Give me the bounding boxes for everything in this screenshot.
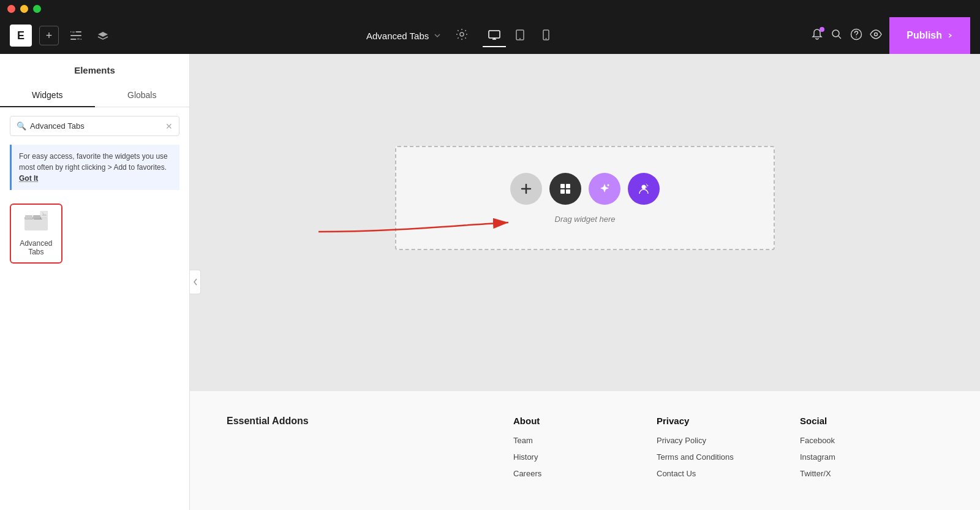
svg-point-8 <box>519 38 521 39</box>
toolbar-center: Advanced Tabs <box>120 24 804 47</box>
svg-rect-28 <box>566 189 570 194</box>
hint-cta[interactable]: Got It <box>19 174 38 183</box>
svg-point-3 <box>72 31 75 34</box>
tab-globals[interactable]: Globals <box>95 84 190 107</box>
page-title-dropdown[interactable]: Advanced Tabs <box>366 31 441 41</box>
footer-area: Essential Addons About Team History Care… <box>190 391 980 510</box>
svg-rect-1 <box>70 35 81 36</box>
preview-icon[interactable] <box>870 28 882 44</box>
drag-hint-text: Drag widget here <box>555 215 616 224</box>
footer-link-privacy-policy[interactable]: Privacy Policy <box>657 436 800 445</box>
footer-link-instagram[interactable]: Instagram <box>800 452 943 462</box>
tab-widgets[interactable]: Widgets <box>0 84 95 107</box>
footer-link-contact[interactable]: Contact Us <box>657 469 800 478</box>
tablet-view-button[interactable] <box>508 24 532 47</box>
elementor-logo[interactable]: E <box>10 25 32 47</box>
titlebar <box>0 0 980 17</box>
maximize-btn[interactable] <box>33 5 41 13</box>
search-input[interactable] <box>30 116 165 135</box>
footer-about-title: About <box>513 416 657 426</box>
search-wrap: 🔍 ✕ <box>10 116 179 136</box>
widget-grid: Advanced Tabs <box>0 199 189 268</box>
toolbar-right: Publish <box>811 17 970 54</box>
close-btn[interactable] <box>7 5 15 13</box>
footer-col-privacy: Privacy Privacy Policy Terms and Conditi… <box>657 416 800 485</box>
desktop-view-button[interactable] <box>483 24 506 47</box>
svg-point-11 <box>832 30 839 37</box>
customize-icon[interactable] <box>66 26 86 45</box>
svg-rect-18 <box>25 215 32 219</box>
toolbar: E + Advanced Tabs <box>0 17 980 54</box>
drop-action-buttons <box>510 173 660 205</box>
hint-text: For easy access, favorite the widgets yo… <box>19 152 168 172</box>
svg-rect-21 <box>40 211 48 217</box>
sidebar: Elements Widgets Globals 🔍 ✕ For easy ac… <box>0 54 190 510</box>
footer-social-title: Social <box>800 416 943 426</box>
help-icon[interactable] <box>850 28 862 44</box>
sidebar-collapse-handle[interactable] <box>190 270 201 294</box>
svg-point-13 <box>856 36 857 37</box>
svg-rect-19 <box>33 215 40 219</box>
footer-link-careers[interactable]: Careers <box>513 469 657 478</box>
search-clear-button[interactable]: ✕ <box>165 121 173 131</box>
svg-rect-26 <box>566 184 570 188</box>
publish-label: Publish <box>907 30 942 41</box>
minimize-btn[interactable] <box>20 5 28 13</box>
layers-icon[interactable] <box>93 26 113 45</box>
tab-row: Widgets Globals <box>0 84 189 107</box>
advanced-tabs-icon <box>24 211 48 234</box>
svg-rect-6 <box>489 31 500 38</box>
drop-zone: Drag widget here <box>395 146 775 250</box>
footer-link-history[interactable]: History <box>513 452 657 462</box>
notification-dot <box>820 27 824 32</box>
main-layout: Elements Widgets Globals 🔍 ✕ For easy ac… <box>0 54 980 510</box>
search-icon[interactable] <box>831 28 843 44</box>
mobile-view-button[interactable] <box>534 24 557 47</box>
user-profile-button[interactable] <box>628 173 660 205</box>
add-template-button[interactable] <box>549 173 581 205</box>
svg-rect-27 <box>560 189 565 194</box>
search-area: 🔍 ✕ <box>0 107 189 145</box>
svg-point-14 <box>875 32 878 36</box>
settings-icon[interactable] <box>456 28 468 44</box>
notifications-icon[interactable] <box>811 28 823 44</box>
svg-point-29 <box>608 184 609 186</box>
page-title-text: Advanced Tabs <box>366 31 429 41</box>
footer-link-team[interactable]: Team <box>513 436 657 445</box>
add-section-button[interactable] <box>510 173 542 205</box>
svg-point-5 <box>460 32 464 36</box>
footer-link-twitter[interactable]: Twitter/X <box>800 469 943 478</box>
footer-col-about: About Team History Careers <box>513 416 657 485</box>
canvas-area: Drag widget here Essential Addons About … <box>190 54 980 510</box>
device-switcher <box>483 24 557 47</box>
search-icon: 🔍 <box>17 121 26 131</box>
svg-point-10 <box>545 38 546 39</box>
add-element-button[interactable]: + <box>39 26 59 45</box>
publish-button[interactable]: Publish <box>889 17 970 54</box>
widget-label: Advanced Tabs <box>16 239 56 256</box>
footer-link-facebook[interactable]: Facebook <box>800 436 943 445</box>
footer-privacy-title: Privacy <box>657 416 800 426</box>
footer-link-terms[interactable]: Terms and Conditions <box>657 452 800 462</box>
svg-rect-25 <box>560 184 565 188</box>
svg-point-30 <box>642 185 646 189</box>
hint-box: For easy access, favorite the widgets yo… <box>10 145 179 190</box>
footer-brand: Essential Addons <box>227 416 513 485</box>
widget-card-advanced-tabs[interactable]: Advanced Tabs <box>10 204 62 264</box>
sidebar-title: Elements <box>0 54 189 75</box>
svg-point-4 <box>77 37 80 40</box>
svg-point-22 <box>42 213 43 214</box>
ai-button[interactable] <box>589 173 620 205</box>
footer-col-social: Social Facebook Instagram Twitter/X <box>800 416 943 485</box>
